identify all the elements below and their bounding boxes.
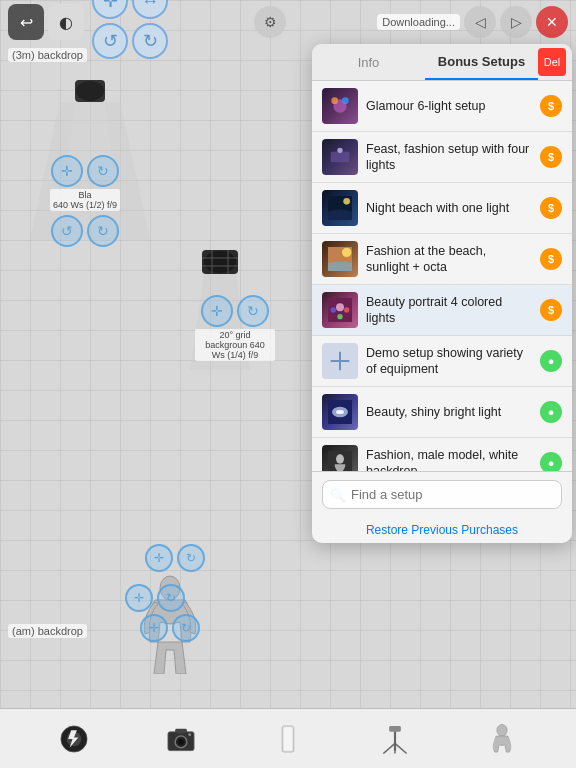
item-label-feast: Feast, fashion setup with four lights [366,141,532,174]
close-button[interactable]: ✕ [536,6,568,38]
toolbar-left: ↩ ◐ ✛ ↔ ↺ ↻ [8,0,170,61]
move-ctrl-2[interactable]: ✛ [201,295,233,327]
svg-point-5 [204,251,236,273]
svg-point-38 [178,739,184,745]
list-item-beach[interactable]: Fashion at the beach, sunlight + octa $ [312,234,572,285]
search-input[interactable] [322,480,562,509]
list-item-shiny[interactable]: Beauty, shiny bright light ● [312,387,572,438]
badge-feast: $ [540,146,562,168]
item-label-beauty: Beauty portrait 4 colored lights [366,294,532,327]
rotate-ctrl-2[interactable]: ↻ [237,295,269,327]
next-button[interactable]: ▷ [500,6,532,38]
thumb-shiny [322,394,358,430]
pan-ctrl-1[interactable]: ↻ [87,215,119,247]
light-2-label: 20° grid backgroun 640 Ws (1/4) f/9 [195,329,275,361]
figure-ctrl-4[interactable]: ↻ [172,614,200,642]
svg-point-25 [337,314,342,319]
bottom-toolbar [0,708,576,768]
light-mode-button[interactable]: ◐ [48,4,84,40]
move-btn-tr[interactable]: ↔ [132,0,168,19]
list-item-fashion-male[interactable]: Fashion, male model, white backdrop ● [312,438,572,471]
human-figure: ✛ ↻ ✛ ↻ ✛ ↻ [130,574,210,678]
light-1-controls: ✛ ↻ Bla640 Ws (1/2) f/9 ↺ ↻ [50,155,120,247]
svg-point-24 [344,307,349,312]
list-item-demo[interactable]: Demo setup showing variety of equipment … [312,336,572,387]
svg-point-39 [188,733,191,736]
svg-point-18 [343,198,350,205]
svg-point-13 [331,97,338,104]
thumb-beach [322,241,358,277]
svg-rect-41 [284,727,293,750]
svg-point-23 [331,307,336,312]
badge-beauty: $ [540,299,562,321]
figure-tilt-ctrl[interactable]: ✛ [125,584,153,612]
svg-point-30 [336,410,344,414]
restore-purchases-link[interactable]: Restore Previous Purchases [312,517,572,543]
badge-beach: $ [540,248,562,270]
top-icons: ⚙ [254,6,286,38]
item-label-beach: Fashion at the beach, sunlight + octa [366,243,532,276]
figure-ctrl-3[interactable]: ✛ [140,614,168,642]
panel-search-area: 🔍 [312,471,572,517]
backdrop-label-bottom: (am) backdrop [8,624,87,638]
svg-point-1 [76,81,104,101]
svg-line-45 [395,743,407,753]
svg-rect-36 [175,728,187,732]
search-wrapper: 🔍 [322,480,562,509]
light-stand-tool[interactable] [373,717,417,761]
list-item-night[interactable]: Night beach with one light $ [312,183,572,234]
svg-point-47 [497,724,507,736]
item-label-fashion-male: Fashion, male model, white backdrop [366,447,532,471]
item-label-glamour: Glamour 6-light setup [366,98,532,114]
bonus-setups-panel: Info Bonus Setups Del Glamour 6-light se… [312,44,572,543]
svg-line-43 [384,743,396,753]
list-item-feast[interactable]: Feast, fashion setup with four lights $ [312,132,572,183]
badge-fashion-male: ● [540,452,562,471]
tab-info[interactable]: Info [312,44,425,80]
move-btn-br[interactable]: ↻ [132,23,168,59]
move-btn-bl[interactable]: ↺ [92,23,128,59]
top-toolbar: ↩ ◐ ✛ ↔ ↺ ↻ Downloading... ◁ ▷ ✕ [0,0,576,44]
thumb-glamour [322,88,358,124]
badge-glamour: $ [540,95,562,117]
item-label-demo: Demo setup showing variety of equipment [366,345,532,378]
figure-rotate-ctrl[interactable]: ↻ [177,544,205,572]
camera-tool[interactable] [159,717,203,761]
item-label-shiny: Beauty, shiny bright light [366,404,532,420]
badge-shiny: ● [540,401,562,423]
badge-night: $ [540,197,562,219]
move-ctrl-1[interactable]: ✛ [51,155,83,187]
panel-tabs: Info Bonus Setups Del [312,44,572,81]
person-tool[interactable] [480,717,524,761]
svg-point-16 [337,148,342,153]
list-item-beauty[interactable]: Beauty portrait 4 colored lights $ [312,285,572,336]
light-2-controls: ✛ ↻ 20° grid backgroun 640 Ws (1/4) f/9 [195,295,275,361]
svg-point-32 [336,454,344,463]
tab-bonus-setups[interactable]: Bonus Setups [425,44,538,80]
download-label: Downloading... [377,14,460,30]
svg-rect-46 [389,725,401,731]
svg-point-20 [342,248,351,257]
prev-button[interactable]: ◁ [464,6,496,38]
top-right-controls: Downloading... ◁ ▷ ✕ [377,6,568,38]
thumb-fashion-male [322,445,358,471]
thumb-night [322,190,358,226]
figure-pan-ctrl[interactable]: ↻ [157,584,185,612]
reflector-tool[interactable] [266,717,310,761]
panel-delete-btn[interactable]: Del [538,48,566,76]
rotate-ctrl-1[interactable]: ↻ [87,155,119,187]
thumb-feast [322,139,358,175]
figure-move-ctrl[interactable]: ✛ [145,544,173,572]
move-btn-tl[interactable]: ✛ [92,0,128,19]
light-1-label: Bla640 Ws (1/2) f/9 [50,189,120,211]
tilt-ctrl-1[interactable]: ↺ [51,215,83,247]
list-item-glamour[interactable]: Glamour 6-light setup $ [312,81,572,132]
svg-rect-15 [331,152,350,163]
svg-point-22 [336,303,344,311]
undo-button[interactable]: ↩ [8,4,44,40]
strobe-tool[interactable] [52,717,96,761]
panel-item-list: Glamour 6-light setup $ Feast, fashion s… [312,81,572,471]
badge-demo: ● [540,350,562,372]
thumb-demo [322,343,358,379]
settings-icon-btn[interactable]: ⚙ [254,6,286,38]
